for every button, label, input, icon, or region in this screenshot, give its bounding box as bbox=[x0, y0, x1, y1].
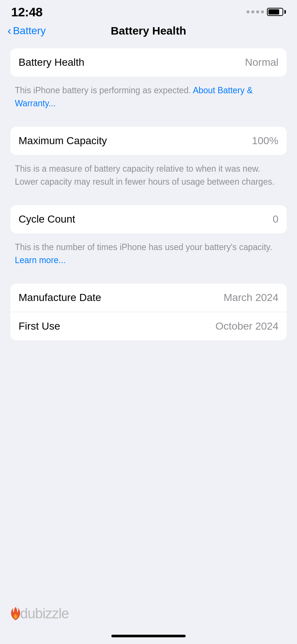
manufacture-date-row: Manufacture Date March 2024 bbox=[10, 284, 287, 312]
home-indicator bbox=[111, 635, 186, 637]
dates-section: Manufacture Date March 2024 First Use Oc… bbox=[10, 284, 287, 340]
cycle-count-desc-text: This is the number of times iPhone has u… bbox=[15, 242, 272, 252]
cycle-count-label: Cycle Count bbox=[19, 213, 75, 225]
signal-dot-2 bbox=[251, 10, 254, 13]
signal-dots bbox=[247, 10, 264, 13]
maximum-capacity-desc-text: This is a measure of battery capacity re… bbox=[15, 164, 274, 187]
battery-health-value: Normal bbox=[245, 56, 278, 68]
first-use-value: October 2024 bbox=[215, 320, 278, 332]
page-title: Battery Health bbox=[111, 25, 186, 37]
manufacture-date-value: March 2024 bbox=[223, 292, 278, 304]
maximum-capacity-card: Maximum Capacity 100% bbox=[10, 127, 287, 155]
content-area: Battery Health Normal This iPhone batter… bbox=[0, 45, 297, 355]
battery-health-row: Battery Health Normal bbox=[10, 48, 287, 77]
chevron-left-icon: ‹ bbox=[7, 25, 12, 36]
status-icons bbox=[247, 8, 286, 16]
battery-health-card: Battery Health Normal bbox=[10, 48, 287, 77]
battery-health-description: This iPhone battery is performing as exp… bbox=[10, 80, 287, 116]
signal-dot-3 bbox=[256, 10, 259, 13]
maximum-capacity-label: Maximum Capacity bbox=[19, 135, 107, 147]
maximum-capacity-value: 100% bbox=[252, 135, 278, 147]
battery-health-desc-text: This iPhone battery is performing as exp… bbox=[15, 85, 193, 95]
battery-fill bbox=[268, 9, 279, 14]
cycle-count-description: This is the number of times iPhone has u… bbox=[10, 237, 287, 273]
manufacture-date-label: Manufacture Date bbox=[19, 292, 101, 304]
battery-icon bbox=[267, 8, 286, 16]
maximum-capacity-row: Maximum Capacity 100% bbox=[10, 127, 287, 155]
first-use-row: First Use October 2024 bbox=[10, 312, 287, 340]
flame-icon bbox=[10, 607, 21, 622]
cycle-count-row: Cycle Count 0 bbox=[10, 205, 287, 233]
maximum-capacity-description: This is a measure of battery capacity re… bbox=[10, 159, 287, 195]
battery-tip bbox=[284, 10, 286, 14]
watermark: dubizzle bbox=[10, 606, 69, 622]
maximum-capacity-section: Maximum Capacity 100% This is a measure … bbox=[10, 127, 287, 195]
battery-health-section: Battery Health Normal This iPhone batter… bbox=[10, 48, 287, 116]
cycle-count-section: Cycle Count 0 This is the number of time… bbox=[10, 205, 287, 273]
status-bar: 12:48 bbox=[0, 0, 297, 22]
dates-card: Manufacture Date March 2024 First Use Oc… bbox=[10, 284, 287, 340]
back-button[interactable]: ‹ Battery bbox=[7, 25, 46, 37]
status-time: 12:48 bbox=[11, 5, 42, 19]
battery-health-label: Battery Health bbox=[19, 56, 84, 68]
watermark-text: dubizzle bbox=[20, 606, 69, 622]
nav-bar: ‹ Battery Battery Health bbox=[0, 22, 297, 45]
cycle-count-card: Cycle Count 0 bbox=[10, 205, 287, 233]
battery-body bbox=[267, 8, 283, 16]
back-label: Battery bbox=[13, 25, 46, 37]
cycle-count-value: 0 bbox=[272, 213, 278, 225]
first-use-label: First Use bbox=[19, 320, 60, 332]
cycle-count-learn-more-link[interactable]: Learn more... bbox=[15, 255, 66, 265]
signal-dot-1 bbox=[247, 10, 249, 13]
signal-dot-4 bbox=[261, 10, 264, 13]
